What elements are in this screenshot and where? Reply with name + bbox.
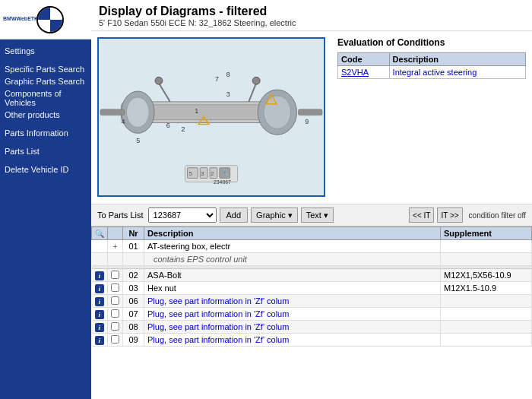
row-checkbox[interactable] [111,322,119,331]
svg-text:5: 5 [188,170,192,177]
eval-row: S2VHA Integral active steering [338,66,526,79]
nav-next-button[interactable]: IT >> [437,207,462,223]
diagram-svg: 7 8 3 6 2 5 4 9 1 ! ! [99,38,324,195]
table-row: i08Plug, see part information in 'Zf' co… [92,321,532,334]
bmw-etk-logo: BMWWebETK [3,16,33,22]
row-checkbox[interactable] [111,271,119,279]
row-checkbox[interactable] [111,309,119,318]
col-header-nr: Nr [123,227,144,240]
eval-description: Integral active steering [389,66,525,79]
row-description[interactable]: Plug, see part information in 'Zf' colum [144,321,441,334]
table-row: i03Hex nutM12X1.5-10.9 [92,282,532,295]
info-icon[interactable]: i [95,323,104,332]
row-supplement [441,240,532,253]
row-checkbox-cell [108,321,123,334]
col-header-check [108,227,123,240]
text-button[interactable]: Text ▾ [301,207,334,223]
graphic-button[interactable]: Graphic ▾ [251,207,298,223]
toolbar: To Parts List 123687 Add Graphic ▾ Text … [91,204,532,226]
svg-text:8: 8 [226,71,230,79]
table-row: +01AT-steering box, electr [92,240,532,253]
svg-text:9: 9 [305,119,309,126]
row-icon-cell: i [92,334,108,347]
svg-text:🔧: 🔧 [221,169,230,178]
info-icon[interactable]: i [95,284,104,293]
sidebar-nav: Settings Specific Parts Search Graphic P… [0,40,91,181]
bmw-roundel [36,6,64,33]
table-row: i09Plug, see part information in 'Zf' co… [92,334,532,347]
sidebar-item-specific-parts-search[interactable]: Specific Parts Search [5,64,87,74]
table-row: contains EPS control unit [92,253,532,266]
row-checkbox-cell [108,334,123,347]
eval-code[interactable]: S2VHA [338,66,390,79]
row-description[interactable]: Plug, see part information in 'Zf' colum [144,334,441,347]
svg-point-4 [127,97,150,127]
sidebar-item-parts-information[interactable]: Parts Information [5,128,87,138]
row-supplement [441,334,532,347]
col-header-search: 🔍 [92,227,108,240]
row-description[interactable]: Plug, see part information in 'Zf' colum [144,295,441,308]
row-icon-cell [92,253,108,266]
svg-point-9 [155,78,163,85]
svg-text:7: 7 [215,76,219,84]
row-icon-cell: i [92,282,108,295]
sidebar: BMWWebETK Settings Specific Parts Search… [0,0,91,399]
row-nr: 02 [123,269,144,282]
info-icon[interactable]: i [95,271,104,280]
row-checkbox-cell [108,308,123,321]
row-description: ASA-Bolt [144,269,441,282]
evaluation-section: Evaluation of Conditions Code Descriptio… [334,31,532,204]
row-supplement [441,308,532,321]
svg-point-10 [252,78,260,85]
info-icon[interactable]: i [95,336,104,345]
row-checkbox-cell: + [108,240,123,253]
add-button[interactable]: Add [220,207,249,223]
eval-col-desc: Description [389,53,525,66]
condition-filter-text: condition filter off [469,211,526,220]
row-checkbox[interactable] [111,335,119,344]
info-icon[interactable]: i [95,310,104,319]
eval-table: Code Description S2VHA Integral active s… [337,52,526,79]
nav-prev-button[interactable]: << IT [409,207,434,223]
svg-text:2: 2 [182,126,185,134]
row-nr [123,253,144,266]
sidebar-item-other-products[interactable]: Other products [5,109,87,120]
row-nr: 03 [123,282,144,295]
sidebar-item-graphic-parts-search[interactable]: Graphic Parts Search [5,76,87,87]
svg-text:4: 4 [122,119,125,126]
table-row: i07Plug, see part information in 'Zf' co… [92,308,532,321]
row-checkbox-cell [108,269,123,282]
row-icon-cell: i [92,308,108,321]
sidebar-item-parts-list[interactable]: Parts List [5,146,87,157]
row-checkbox[interactable] [111,283,119,292]
row-description: Hex nut [144,282,441,295]
logo-area: BMWWebETK [0,0,91,40]
row-checkbox-cell [108,282,123,295]
content-area: Display of Diagrams - filtered 5' F10 Se… [91,0,532,399]
col-header-supp: Supplement [441,227,532,240]
row-checkbox[interactable] [111,296,119,305]
svg-rect-7 [100,109,125,116]
diagram-box[interactable]: 7 8 3 6 2 5 4 9 1 ! ! [97,37,325,197]
svg-text:2: 2 [211,170,214,177]
svg-text:1: 1 [195,107,198,115]
eval-title: Evaluation of Conditions [337,37,526,48]
svg-text:6: 6 [166,122,170,130]
row-nr: 07 [123,308,144,321]
sidebar-item-settings[interactable]: Settings [5,46,87,56]
row-description: contains EPS control unit [144,253,441,266]
parts-list-select[interactable]: 123687 [148,207,217,223]
row-description[interactable]: Plug, see part information in 'Zf' colum [144,308,441,321]
sidebar-item-components-of-vehicles[interactable]: Components of Vehicles [5,88,87,108]
diagram-section: 7 8 3 6 2 5 4 9 1 ! ! [91,31,334,204]
row-supplement [441,253,532,266]
row-icon-cell: i [92,269,108,282]
sidebar-item-delete-vehicle-id[interactable]: Delete Vehicle ID [5,164,87,175]
expand-icon[interactable]: + [113,242,118,251]
row-checkbox-cell [108,253,123,266]
svg-text:234067: 234067 [214,180,231,185]
svg-text:3: 3 [201,170,204,177]
svg-text:!: ! [203,119,204,124]
info-icon[interactable]: i [95,297,104,306]
svg-text:3: 3 [226,90,230,98]
